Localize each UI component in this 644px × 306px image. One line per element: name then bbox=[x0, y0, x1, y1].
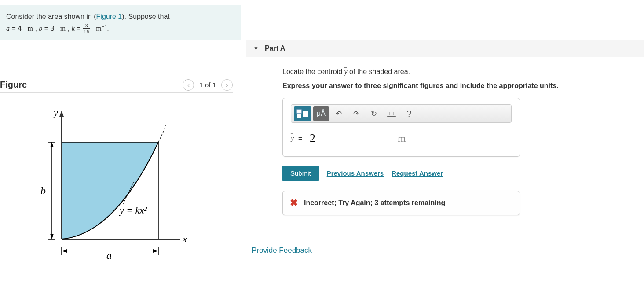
answer-row: y = bbox=[291, 129, 512, 147]
instruction-bold: Express your answer to three significant… bbox=[282, 82, 637, 90]
k-fraction: 3 16 bbox=[83, 22, 90, 34]
provide-feedback-link[interactable]: Provide Feedback bbox=[252, 246, 312, 255]
a-dim-label: a bbox=[106, 250, 112, 261]
figure-link[interactable]: Figure 1 bbox=[96, 13, 122, 20]
part-content: Locate the centroid y of the shaded area… bbox=[246, 57, 644, 255]
svg-marker-13 bbox=[62, 249, 67, 253]
figure-header: Figure ‹ 1 of 1 › bbox=[0, 79, 233, 93]
y-axis-label: y bbox=[53, 107, 58, 118]
left-panel: Consider the area shown in (Figure 1). S… bbox=[0, 0, 246, 306]
undo-button[interactable]: ↶ bbox=[331, 106, 347, 121]
b-dim-label: b bbox=[40, 185, 46, 196]
request-answer-link[interactable]: Request Answer bbox=[392, 170, 443, 177]
units-tool-button[interactable]: μÅ bbox=[313, 106, 329, 121]
answer-box: μÅ ↶ ↷ ↻ ? y = bbox=[282, 98, 520, 157]
figure-title: Figure bbox=[0, 80, 27, 90]
reset-button[interactable]: ↻ bbox=[366, 106, 382, 121]
part-header[interactable]: ▼ Part A bbox=[246, 40, 644, 57]
k-numerator: 3 bbox=[83, 22, 90, 29]
answer-toolbar: μÅ ↶ ↷ ↻ ? bbox=[291, 104, 512, 123]
var-k: k bbox=[72, 25, 75, 33]
figure-image: y x b a bbox=[0, 96, 246, 262]
svg-marker-8 bbox=[50, 142, 54, 147]
problem-intro-prefix: Consider the area shown in ( bbox=[6, 13, 96, 20]
x-axis-label: x bbox=[182, 233, 187, 244]
previous-answers-link[interactable]: Previous Answers bbox=[327, 170, 384, 177]
feedback-box: ✖ Incorrect; Try Again; 3 attempts remai… bbox=[282, 191, 520, 215]
keyboard-button[interactable] bbox=[384, 106, 399, 121]
figure-counter: 1 of 1 bbox=[199, 81, 216, 88]
answer-value-input[interactable] bbox=[307, 129, 390, 147]
collapse-icon: ▼ bbox=[253, 45, 259, 52]
unit-b: m bbox=[60, 25, 66, 33]
figure-next-button[interactable]: › bbox=[221, 79, 233, 91]
problem-intro-suffix: ). Suppose that bbox=[122, 13, 170, 20]
k-denominator: 16 bbox=[83, 29, 90, 34]
keyboard-icon bbox=[387, 111, 396, 117]
var-a: a bbox=[6, 25, 10, 33]
template-tool-button[interactable] bbox=[294, 106, 311, 121]
k-unit-exp: −1 bbox=[102, 24, 107, 29]
val-b: 3 bbox=[51, 25, 55, 33]
submit-button[interactable]: Submit bbox=[282, 166, 319, 181]
instruction-text: Locate the centroid y of the shaded area… bbox=[282, 68, 637, 76]
svg-rect-18 bbox=[303, 111, 308, 117]
part-title: Part A bbox=[265, 44, 285, 52]
val-a: 4 bbox=[18, 25, 22, 33]
equals-sign: = bbox=[298, 135, 302, 142]
problem-statement: Consider the area shown in (Figure 1). S… bbox=[0, 5, 242, 40]
right-panel: ▼ Part A Locate the centroid y of the sh… bbox=[246, 0, 644, 306]
feedback-text: Incorrect; Try Again; 3 attempts remaini… bbox=[304, 199, 445, 207]
centroid-symbol: y bbox=[344, 68, 348, 75]
svg-marker-14 bbox=[153, 249, 158, 253]
help-button[interactable]: ? bbox=[401, 106, 417, 121]
k-unit-m: m bbox=[96, 25, 101, 33]
svg-rect-16 bbox=[297, 110, 301, 113]
submit-row: Submit Previous Answers Request Answer bbox=[282, 166, 637, 181]
svg-rect-17 bbox=[297, 114, 301, 118]
figure-prev-button[interactable]: ‹ bbox=[183, 79, 194, 91]
redo-button[interactable]: ↷ bbox=[348, 106, 364, 121]
svg-marker-1 bbox=[59, 111, 64, 117]
figure-nav: ‹ 1 of 1 › bbox=[183, 79, 233, 91]
answer-units-input[interactable] bbox=[395, 129, 478, 147]
curve-label: y = kx² bbox=[119, 205, 147, 216]
incorrect-icon: ✖ bbox=[290, 197, 298, 209]
svg-marker-9 bbox=[50, 234, 54, 239]
unit-a: m bbox=[28, 25, 33, 33]
answer-var-label: y bbox=[291, 134, 294, 142]
var-b: b bbox=[39, 25, 42, 33]
